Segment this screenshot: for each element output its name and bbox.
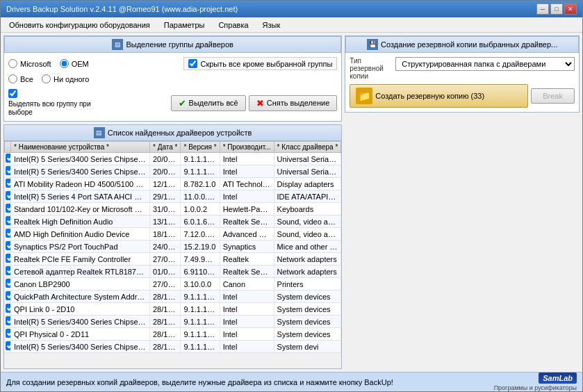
- bottom-controls: Выделять всю группу при выборе ✔ Выделит…: [8, 88, 337, 118]
- row-vendor: Intel: [220, 341, 274, 353]
- menu-update[interactable]: Обновить конфигурацию оборудования: [3, 19, 156, 31]
- row-checkbox[interactable]: [6, 254, 11, 263]
- select-all-button[interactable]: ✔ Выделить всё: [171, 95, 246, 111]
- row-name: QPI Link 0 - 2D10: [11, 303, 150, 316]
- radio-none[interactable]: Ни одного: [42, 74, 90, 83]
- drivers-table-scroll[interactable]: * Наименование устройства * * Дата * * В…: [4, 141, 341, 368]
- action-buttons: ✔ Выделить всё ✖ Снять выделение: [171, 95, 338, 111]
- table-row: Intel(R) 5 Series 4 Port SATA AHCI Contr…: [5, 190, 341, 203]
- row-checkbox-cell[interactable]: [5, 341, 11, 353]
- menu-settings[interactable]: Параметры: [158, 19, 211, 31]
- backup-folder-icon: 📁: [356, 88, 372, 104]
- row-checkbox-cell[interactable]: [5, 203, 11, 215]
- backup-icon: 💾: [367, 39, 378, 50]
- row-checkbox[interactable]: [6, 229, 11, 238]
- drivers-list-header: ▤ Список найденных драйверов устройств: [3, 124, 342, 140]
- row-class: Universal Serial Bus controllers: [274, 165, 341, 178]
- row-checkbox-cell[interactable]: [5, 253, 11, 266]
- row-vendor: Realtek Semic...: [220, 215, 274, 228]
- col-date[interactable]: * Дата *: [150, 142, 181, 153]
- row-checkbox-cell[interactable]: [5, 266, 11, 278]
- row-version: 9.1.1.1022: [181, 303, 220, 316]
- radio-microsoft[interactable]: Microsoft: [8, 59, 51, 68]
- row-class: System devi: [274, 341, 341, 353]
- row-checkbox-cell[interactable]: [5, 178, 11, 190]
- row-version: 9.1.1.1022: [181, 316, 220, 328]
- left-panel: ▤ Выделение группы драйверов Microsoft O…: [3, 35, 342, 369]
- menu-language[interactable]: Язык: [257, 19, 286, 31]
- row-vendor: Realtek Semic...: [220, 266, 274, 278]
- row-checkbox[interactable]: [6, 154, 11, 163]
- title-bar: Drivers Backup Solution v.2.4.11 @Romeo9…: [1, 1, 582, 17]
- row-date: 29/11/2011: [150, 190, 181, 203]
- row-version: 6.9110.401.2010: [181, 266, 220, 278]
- row-checkbox[interactable]: [6, 341, 11, 350]
- row-checkbox-cell[interactable]: [5, 215, 11, 228]
- minimize-button[interactable]: ─: [536, 3, 549, 15]
- maximize-button[interactable]: □: [550, 3, 563, 15]
- row-date: 28/10/2009: [150, 316, 181, 328]
- select-all-checkbox[interactable]: [8, 89, 17, 98]
- col-vendor[interactable]: * Производит...: [220, 142, 274, 153]
- type-select[interactable]: Структурированная папка с драйверами: [395, 57, 575, 71]
- row-checkbox-cell[interactable]: [5, 303, 11, 316]
- row-class: System devices: [274, 316, 341, 328]
- close-button[interactable]: ✕: [564, 3, 577, 15]
- row-checkbox[interactable]: [6, 266, 11, 275]
- table-row: QPI Link 0 - 2D10 28/10/2009 9.1.1.1022 …: [5, 303, 341, 316]
- cross-icon: ✖: [256, 98, 264, 108]
- row-name: Сетевой адаптер Realtek RTL8187SE Wirele…: [11, 266, 150, 278]
- col-version[interactable]: * Версия *: [181, 142, 220, 153]
- type-row: Тип резервной копии Структурированная па…: [350, 57, 575, 80]
- table-row: Intel(R) 5 Series/3400 Series Chipset Fa…: [5, 165, 341, 178]
- row-class: Keyboards: [274, 203, 341, 215]
- row-date: 31/07/2008: [150, 203, 181, 215]
- row-checkbox[interactable]: [6, 191, 11, 200]
- row-checkbox-cell[interactable]: [5, 328, 11, 341]
- row-checkbox-cell[interactable]: [5, 316, 11, 328]
- break-button[interactable]: Break: [531, 88, 575, 104]
- row-class: Display adapters: [274, 178, 341, 190]
- row-checkbox[interactable]: [6, 316, 11, 325]
- row-checkbox-cell[interactable]: [5, 278, 11, 291]
- row-checkbox[interactable]: [6, 279, 11, 288]
- main-content: ▤ Выделение группы драйверов Microsoft O…: [1, 33, 582, 372]
- row-checkbox-cell[interactable]: [5, 190, 11, 203]
- radio-oem[interactable]: OEM: [60, 59, 89, 68]
- row-date: 01/04/2010: [150, 266, 181, 278]
- row-checkbox[interactable]: [6, 204, 11, 213]
- row-class: Sound, video and game controllers: [274, 228, 341, 240]
- row-checkbox[interactable]: [6, 216, 11, 225]
- col-checkbox[interactable]: [5, 142, 11, 153]
- radio-all[interactable]: Все: [8, 74, 33, 83]
- row-version: 6.0.1.6526: [181, 215, 220, 228]
- row-checkbox-cell[interactable]: [5, 240, 11, 253]
- row-checkbox-cell[interactable]: [5, 291, 11, 303]
- row-checkbox[interactable]: [6, 304, 11, 313]
- row-checkbox-cell[interactable]: [5, 165, 11, 178]
- row-checkbox-cell[interactable]: [5, 228, 11, 240]
- col-name[interactable]: * Наименование устройства *: [11, 142, 150, 153]
- row-checkbox[interactable]: [6, 291, 11, 300]
- menu-help[interactable]: Справка: [213, 19, 254, 31]
- row-class: IDE ATA/ATAPI controllers: [274, 190, 341, 203]
- row-class: Sound, video and game controllers: [274, 215, 341, 228]
- row-checkbox-cell[interactable]: [5, 153, 11, 165]
- row-name: QPI Physical 0 - 2D11: [11, 328, 150, 341]
- row-checkbox[interactable]: [6, 166, 11, 175]
- row-checkbox[interactable]: [6, 179, 11, 188]
- status-text: Для создании резервных копий драйверов, …: [6, 378, 494, 386]
- row-version: 7.12.0.7704: [181, 228, 220, 240]
- col-class[interactable]: * Класс драйвера *: [274, 142, 341, 153]
- table-row: Intel(R) 5 Series/3400 Series Chipset Fa…: [5, 341, 341, 353]
- table-row: Realtek PCIe FE Family Controller 27/09/…: [5, 253, 341, 266]
- row-vendor: Hewlett-Packa...: [220, 203, 274, 215]
- backup-button[interactable]: 📁 Создать резервную копию (33): [350, 84, 528, 108]
- hide-checkbox[interactable]: Скрыть все кроме выбранной группы: [188, 59, 332, 68]
- deselect-button[interactable]: ✖ Снять выделение: [249, 95, 338, 111]
- row-version: 8.782.1.0: [181, 178, 220, 190]
- row-checkbox[interactable]: [6, 241, 11, 250]
- row-version: 9.1.1.1022: [181, 291, 220, 303]
- row-checkbox[interactable]: [6, 329, 11, 338]
- row-date: 12/12/2010: [150, 178, 181, 190]
